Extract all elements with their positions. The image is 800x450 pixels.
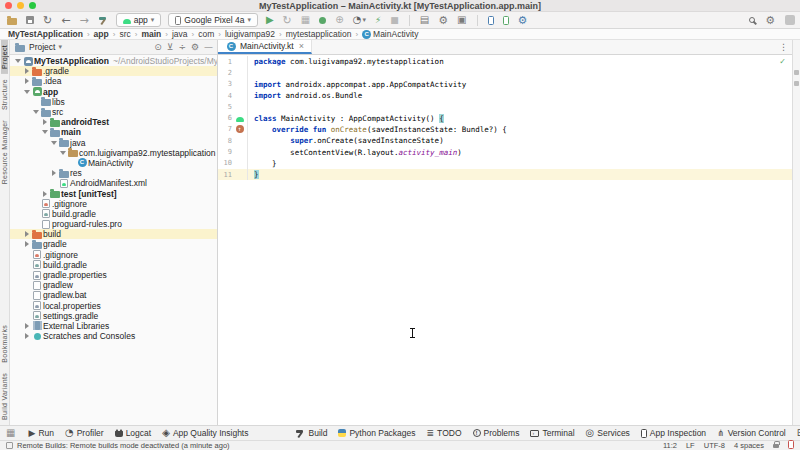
tree-node[interactable]: settings.gradle — [10, 311, 217, 321]
code-line[interactable]: 5 — [218, 101, 792, 112]
tool-window-terminal[interactable]: ›Terminal — [530, 428, 574, 438]
tool-window-problems[interactable]: !Problems — [473, 428, 520, 438]
tool-window-todo[interactable]: ≣TODO — [427, 428, 462, 438]
breadcrumb-item[interactable]: com — [198, 29, 214, 39]
code-line[interactable]: 1package com.luigivampa92.mytestapplicat… — [218, 56, 792, 67]
debug-button[interactable] — [318, 13, 327, 28]
tree-node[interactable]: gradle — [10, 239, 217, 249]
breadcrumb-item[interactable]: MyTestApplication — [8, 29, 83, 39]
tree-node[interactable]: app — [10, 87, 217, 97]
run-config-select[interactable]: app▾ — [116, 13, 162, 27]
tree-node[interactable]: External Libraries — [10, 321, 217, 331]
tool-window-logcat[interactable]: Logcat — [115, 428, 152, 438]
attach-debugger-button[interactable]: ⊕ — [334, 13, 344, 28]
project-panel-caret-icon[interactable]: ▾ — [58, 43, 62, 51]
tool-window-build[interactable]: Build — [295, 428, 327, 438]
run-button[interactable]: ▶ — [265, 13, 275, 28]
tree-node[interactable]: gradlew — [10, 280, 217, 290]
breadcrumb-item[interactable]: CMainActivity — [362, 29, 418, 39]
tool-strip-build-variants[interactable]: Build Variants — [1, 368, 8, 425]
profiler-button[interactable]: ◔▾ — [352, 13, 367, 28]
tree-node[interactable]: com.luigivampa92.mytestapplication — [10, 148, 217, 158]
profile-avatar-button[interactable] — [784, 13, 792, 28]
code-line[interactable]: 4import android.os.Bundle — [218, 90, 792, 101]
breadcrumb-item[interactable]: src — [119, 29, 130, 39]
breadcrumb-item[interactable]: java — [172, 29, 188, 39]
code-line[interactable]: 10 } — [218, 158, 792, 169]
tree-collapse-icon[interactable] — [23, 90, 31, 94]
tree-node[interactable]: .gradle — [10, 66, 217, 76]
code-area[interactable]: 1package com.luigivampa92.mytestapplicat… — [218, 55, 792, 425]
apply-code-changes-button[interactable]: ⚡ — [374, 13, 382, 28]
tree-expand-icon[interactable] — [23, 323, 31, 329]
tool-window-profiler[interactable]: ◔Profiler — [65, 428, 104, 438]
settings-button[interactable]: ⚙ — [764, 13, 776, 28]
tree-node[interactable]: res — [10, 168, 217, 178]
tree-node[interactable]: .idea — [10, 76, 217, 86]
code-line[interactable]: 9 setContentView(R.layout.activity_main) — [218, 146, 792, 157]
tool-window-app-inspection[interactable]: App Inspection — [641, 428, 706, 438]
tab-close-icon[interactable]: × — [299, 41, 304, 51]
breadcrumb-item[interactable]: luigivampa92 — [225, 29, 275, 39]
sync-gradle-button[interactable]: ↻ — [42, 13, 53, 28]
tree-node[interactable]: MyTestApplication~/AndroidStudioProjects… — [10, 56, 217, 66]
tree-node[interactable]: androidTest — [10, 117, 217, 127]
indent-style[interactable]: 4 spaces — [734, 441, 764, 450]
tree-node[interactable]: .gitignore — [10, 199, 217, 209]
collapse-all-icon[interactable]: ÷ — [178, 43, 186, 52]
tool-window-version-control[interactable]: ⋔Version Control — [717, 428, 786, 438]
status-message[interactable]: Remote Builds: Remote builds mode deacti… — [17, 441, 230, 450]
tree-collapse-icon[interactable] — [41, 130, 49, 134]
tool-window-python-packages[interactable]: Python Packages — [338, 428, 415, 438]
tree-expand-icon[interactable] — [41, 119, 49, 125]
ide-settings-button[interactable]: ⚙ — [437, 13, 449, 28]
device-status[interactable] — [788, 440, 794, 450]
right-strip-tool-icon[interactable] — [794, 81, 799, 86]
breadcrumb-item[interactable]: mytestapplication — [286, 29, 352, 39]
tool-window-switcher-icon[interactable]: ▦ — [6, 428, 15, 438]
avd-manager-button[interactable] — [502, 13, 510, 28]
tree-collapse-icon[interactable] — [32, 110, 40, 114]
tool-list-button[interactable]: ▤ — [419, 13, 430, 28]
panel-settings-icon[interactable]: ⚙ — [191, 43, 199, 52]
tree-expand-icon[interactable] — [23, 231, 31, 237]
tree-node[interactable]: gradle.properties — [10, 270, 217, 280]
apply-changes-button[interactable]: ↻ — [282, 13, 293, 28]
encoding[interactable]: UTF-8 — [704, 441, 725, 450]
tree-expand-icon[interactable] — [23, 241, 31, 247]
code-line[interactable]: 8 super.onCreate(savedInstanceState) — [218, 135, 792, 146]
stop-button[interactable]: ■ — [389, 13, 400, 28]
forward-button[interactable]: → — [78, 13, 89, 28]
tree-node[interactable]: build — [10, 229, 217, 239]
tree-node[interactable]: AndroidManifest.xml — [10, 178, 217, 188]
tool-window-run[interactable]: ▶Run — [28, 428, 54, 438]
tool-strip-project[interactable]: Project — [1, 40, 8, 74]
tree-node[interactable]: gradlew.bat — [10, 290, 217, 300]
tool-window-app-quality-insights[interactable]: ◈App Quality Insights — [162, 428, 248, 438]
tree-expand-icon[interactable] — [50, 170, 58, 176]
tree-node[interactable]: Scratches and Consoles — [10, 331, 217, 341]
device-select[interactable]: Google Pixel 4a▾ — [168, 13, 258, 27]
tree-node[interactable]: proguard-rules.pro — [10, 219, 217, 229]
project-panel-title[interactable]: Project — [29, 42, 55, 52]
tree-node[interactable]: local.properties — [10, 301, 217, 311]
code-line[interactable]: 3import androidx.appcompat.app.AppCompat… — [218, 79, 792, 90]
tree-node[interactable]: build.gradle — [10, 260, 217, 270]
code-line[interactable]: 7↑ override fun onCreate(savedInstanceSt… — [218, 124, 792, 135]
locate-file-icon[interactable]: ⊙ — [154, 43, 162, 52]
tree-expand-icon[interactable] — [23, 78, 31, 84]
tree-collapse-icon[interactable] — [14, 59, 22, 63]
tree-collapse-icon[interactable] — [50, 141, 58, 145]
readonly-toggle[interactable] — [773, 441, 779, 450]
save-all-button[interactable] — [25, 13, 35, 28]
code-line[interactable]: 2 — [218, 67, 792, 78]
tree-expand-icon[interactable] — [41, 191, 49, 197]
tool-strip-structure[interactable]: Structure — [1, 74, 8, 115]
search-everywhere-button[interactable] — [748, 13, 756, 28]
tree-expand-icon[interactable] — [23, 333, 31, 339]
tool-window-services[interactable]: ◎Services — [586, 428, 630, 438]
right-strip-tool-icon[interactable] — [794, 70, 799, 75]
sdk-manager-button[interactable]: ⚙ — [517, 13, 529, 28]
build-button[interactable] — [97, 13, 109, 28]
open-project-button[interactable] — [6, 13, 18, 28]
